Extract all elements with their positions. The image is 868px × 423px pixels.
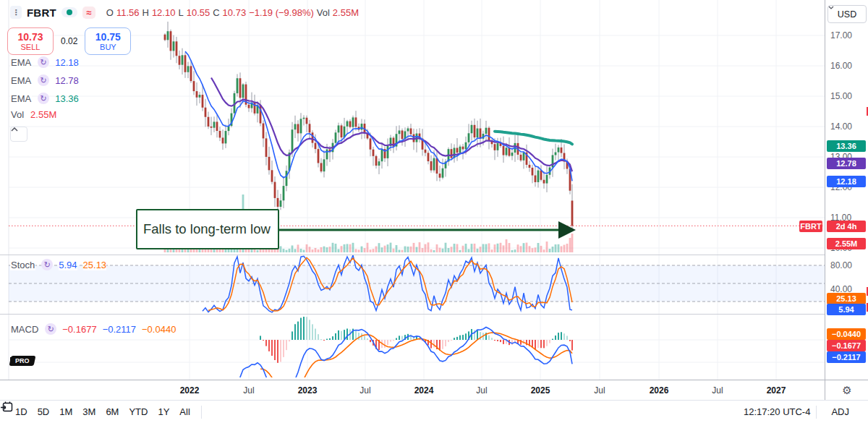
macd-signal-value: −0.0440 (142, 324, 176, 335)
price-scale[interactable]: USD 17.0016.0015.0014.0013.0012.0011.001… (825, 0, 868, 380)
range-3m[interactable]: 3M (77, 404, 101, 419)
range-6m[interactable]: 6M (101, 404, 124, 419)
clock-readout[interactable]: 12:17:20 UTC-4 (744, 406, 811, 417)
scale-badge: 2d 4h (827, 221, 866, 232)
close-value: 10.73 (223, 7, 247, 18)
annotation-text: Falls to long-term low (143, 221, 271, 237)
ema-legend-mid[interactable]: EMA ↻ 12.78 (10, 74, 79, 86)
change-value: −1.19 (−9.98%) (249, 7, 314, 18)
open-value: 11.56 (116, 7, 140, 18)
buy-price: 10.75 (95, 31, 121, 43)
symbol-menu-icon[interactable]: ⋮ (10, 6, 22, 19)
ema-long-line (495, 132, 572, 145)
ohlc-readout: O 11.56 H 12.10 L 10.55 C 10.73 −1.19 (−… (106, 7, 359, 18)
ema-label: EMA (10, 75, 32, 86)
ema-legend-fast[interactable]: EMA ↻ 12.18 (10, 56, 79, 68)
scale-badge: −0.2117 (827, 351, 866, 363)
range-ytd[interactable]: YTD (124, 404, 153, 419)
stoch-tick: 80.00 (830, 260, 852, 270)
trade-buttons: 10.73 SELL 0.02 10.75 BUY (7, 27, 131, 55)
time-scale-settings: ⚙ (825, 380, 868, 401)
pro-badge: PRO (9, 356, 35, 366)
currency-button[interactable]: USD (827, 5, 867, 23)
macd-legend[interactable]: MACD ↻ −0.1677 −0.2117 −0.0440 (10, 323, 176, 335)
volume-label: Vol (317, 7, 330, 18)
sell-price: 10.73 (17, 31, 43, 43)
time-tick-jul: Jul (594, 385, 605, 396)
ema-long-value: 13.36 (55, 93, 79, 104)
approx-data-icon[interactable]: ≈ (82, 7, 95, 19)
high-value: 12.10 (152, 7, 176, 18)
symbol-header: ⋮ FBRT ≈ O 11.56 H 12.10 L 10.55 C 10.73… (10, 6, 359, 19)
time-tick-jul: Jul (712, 385, 723, 396)
scale-badge: −0.0440 (827, 328, 866, 340)
time-tick-2027: 2027 (767, 385, 786, 396)
range-1y[interactable]: 1Y (153, 404, 174, 419)
scale-badge: 12.18 (827, 176, 866, 187)
scale-badge: 5.94 (827, 304, 866, 315)
time-tick-2024: 2024 (414, 385, 434, 396)
time-tick-2023: 2023 (298, 385, 318, 396)
time-tick-2022: 2022 (180, 385, 200, 396)
volume-legend[interactable]: Vol 2.55M (10, 109, 56, 120)
price-tick: 16.00 (830, 61, 852, 71)
price-tick: 15.00 (830, 91, 852, 101)
adjusted-toggle[interactable]: ADJ (822, 406, 858, 417)
macd-pane (237, 316, 573, 380)
macd-hist-value: −0.1677 (62, 324, 96, 335)
tradingview-logo[interactable]: PRO (10, 356, 35, 366)
macd-label: MACD (10, 324, 39, 335)
loading-sync-icon: ↻ (38, 74, 49, 86)
high-label: H (142, 7, 149, 18)
sell-button[interactable]: 10.73 SELL (7, 27, 54, 55)
currency-value: USD (838, 9, 856, 20)
macd-line-value: −0.2117 (103, 324, 136, 335)
stoch-d-value: 25.13 (83, 260, 107, 270)
range-1m[interactable]: 1M (54, 404, 77, 419)
scale-badge: 12.78 (827, 158, 866, 169)
ema-label: EMA (10, 57, 32, 68)
time-tick-jul: Jul (476, 385, 487, 396)
annotation-callout[interactable]: Falls to long-term low (136, 209, 279, 249)
range-all[interactable]: All (174, 404, 195, 419)
scale-badge: −0.1677 (827, 340, 866, 351)
toolbar-right: 12:17:20 UTC-4 ADJ (744, 406, 858, 419)
symbol-name[interactable]: FBRT (27, 7, 56, 19)
go-to-date-icon[interactable] (0, 401, 14, 414)
time-tick-2025: 2025 (531, 385, 550, 396)
loading-sync-icon: ↻ (38, 56, 49, 68)
price-tick: 17.00 (830, 30, 852, 40)
collapse-legend-button[interactable] (10, 127, 27, 142)
scale-badge: 25.13 (827, 293, 866, 304)
ema-legend-long[interactable]: EMA ↻ 13.36 (10, 93, 79, 104)
time-tick-jul: Jul (243, 385, 254, 396)
time-tick-2026: 2026 (650, 385, 669, 396)
annotation-arrow-head (558, 221, 576, 239)
toolbar-divider (816, 406, 817, 419)
time-scale[interactable]: 2022Jul2023Jul2024Jul2025Jul2026Jul2027 … (0, 380, 868, 401)
loading-sync-icon: ↻ (41, 259, 53, 270)
gear-icon[interactable]: ⚙ (842, 384, 851, 397)
chevron-up-icon (11, 127, 18, 132)
ema-label: EMA (10, 93, 32, 104)
stoch-legend[interactable]: Stoch ↻ 5.94 25.13 (10, 259, 106, 270)
time-tick-jul: Jul (359, 385, 370, 396)
low-value: 10.55 (187, 7, 210, 18)
vol-value: 2.55M (30, 109, 56, 120)
open-label: O (106, 7, 114, 18)
ema-mid-value: 12.78 (55, 75, 79, 86)
bottom-toolbar: 1D 5D 1M 3M 6M YTD 1Y All 12:17:20 UTC-4… (0, 400, 868, 423)
sell-label: SELL (21, 43, 41, 52)
range-5d[interactable]: 5D (33, 404, 55, 419)
buy-button[interactable]: 10.75 BUY (85, 27, 131, 55)
stoch-k-value: 5.94 (59, 260, 77, 270)
toolbar-divider (201, 406, 202, 419)
trading-chart-window: ⋮ FBRT ≈ O 11.56 H 12.10 L 10.55 C 10.73… (0, 0, 868, 423)
scale-badge: 2.55M (827, 238, 866, 249)
vol-label: Vol (10, 109, 25, 120)
spread-value: 0.02 (61, 36, 77, 46)
market-open-dot-icon (67, 9, 72, 15)
market-status-pill (61, 7, 77, 17)
chevron-down-icon (828, 6, 834, 9)
ema-fast-value: 12.18 (55, 57, 79, 68)
